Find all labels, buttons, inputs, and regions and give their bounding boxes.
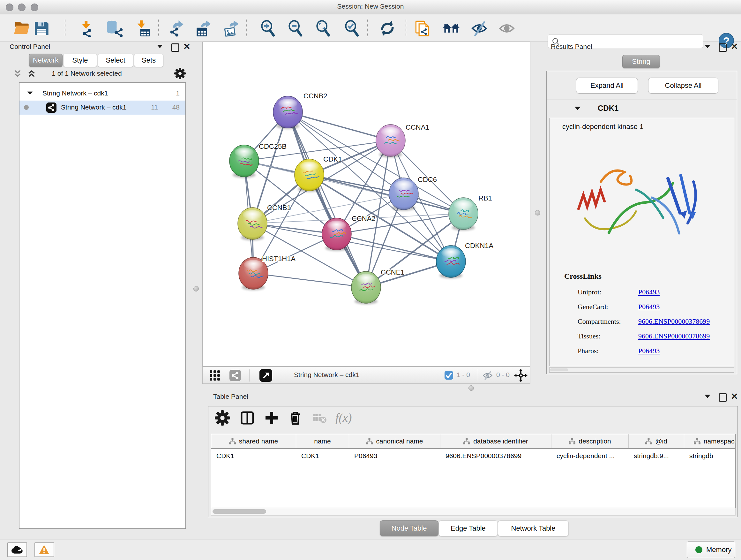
cell-sharedname[interactable]: CDK1 — [211, 449, 296, 463]
tab-style[interactable]: Style — [63, 54, 97, 67]
section-expand-icon[interactable] — [575, 107, 581, 110]
edge-HIST1H1A-CCNE1[interactable] — [253, 273, 366, 287]
import-database-button[interactable] — [105, 20, 124, 37]
cell-description[interactable]: cyclin-dependent ... — [551, 449, 629, 463]
zoom-fit-button[interactable] — [315, 20, 332, 37]
table-options-gear-icon[interactable] — [215, 410, 230, 426]
zoom-out-button[interactable] — [287, 20, 304, 37]
collapse-panel-button[interactable] — [704, 44, 713, 53]
collection-expand-icon[interactable] — [27, 91, 33, 95]
download-arrow-icon — [138, 20, 145, 28]
network-row-selected[interactable]: String Network – cdk1 11 48 — [19, 101, 185, 115]
network-type-badge-icon[interactable] — [229, 370, 241, 381]
edge-CCNA2-CDKN1A[interactable] — [337, 234, 451, 261]
right-splitter-handle[interactable] — [535, 210, 540, 215]
network-options-gear-icon[interactable] — [174, 68, 186, 79]
edge-CCNB2-CCNE1[interactable] — [288, 112, 366, 287]
node-CDKN1A[interactable]: CDKN1A — [436, 242, 494, 278]
zoom-selected-button[interactable] — [344, 20, 360, 37]
refresh-layout-button[interactable] — [379, 20, 396, 37]
selected-checkbox-icon[interactable] — [445, 371, 453, 380]
cell-namespace[interactable]: stringdb — [684, 449, 736, 463]
delete-column-button[interactable] — [287, 410, 303, 426]
close-panel-button[interactable]: ✕ — [731, 393, 740, 401]
network-selection-status: 1 of 1 Network selected — [4, 70, 170, 77]
tab-select[interactable]: Select — [98, 54, 133, 67]
show-all-button[interactable] — [498, 20, 515, 37]
cell-id[interactable]: stringdb:9... — [629, 449, 684, 463]
crosslink-link[interactable]: P06493 — [638, 303, 660, 311]
export-image-button[interactable] — [223, 20, 240, 37]
pan-crosshair-icon[interactable] — [514, 369, 528, 382]
tab-network-table[interactable]: Network Table — [498, 520, 569, 537]
column-header-id[interactable]: @id — [629, 434, 684, 448]
node-CCNE1[interactable]: CCNE1 — [351, 268, 405, 304]
cell-databaseidentifier[interactable]: 9606.ENSP00000378699 — [441, 449, 551, 463]
table-panel: Table Panel ✕ f(x) shared namenamecanoni… — [207, 391, 738, 543]
network-canvas[interactable]: CCNB2 CCNA1 CDC25B CDK1 CDC6 RB1 CCNB1 C… — [202, 42, 530, 367]
create-column-button[interactable] — [264, 410, 279, 426]
footer-separator — [249, 369, 250, 381]
tab-network[interactable]: Network — [29, 54, 63, 67]
column-header-canonicalname[interactable]: canonical name — [349, 434, 441, 448]
results-scrollbar[interactable] — [549, 368, 734, 373]
node-table[interactable]: shared namenamecanonical namedatabase id… — [211, 434, 736, 508]
column-header-name[interactable]: name — [296, 434, 349, 448]
string-document-button[interactable] — [414, 20, 431, 37]
crosslink-link[interactable]: P06493 — [638, 347, 660, 355]
import-table-button[interactable] — [134, 20, 151, 37]
gene-section-header[interactable]: CDK1 — [547, 100, 737, 118]
network-nodes: CCNB2 CCNA1 CDC25B CDK1 CDC6 RB1 CCNB1 C… — [229, 92, 494, 304]
zoom-in-button[interactable] — [260, 20, 276, 37]
network-graph[interactable]: CCNB2 CCNA1 CDC25B CDK1 CDC6 RB1 CCNB1 C… — [203, 42, 530, 366]
column-header-namespace[interactable]: namespace — [684, 434, 736, 448]
cloud-status-button[interactable] — [7, 543, 27, 557]
table-row[interactable]: CDK1CDK1P064939606.ENSP00000378699cyclin… — [211, 449, 736, 463]
column-header-databaseidentifier[interactable]: database identifier — [441, 434, 551, 448]
home-networks-button[interactable] — [442, 20, 460, 37]
left-splitter-handle[interactable] — [193, 286, 199, 292]
node-CDC25B[interactable]: CDC25B — [229, 142, 286, 178]
collapse-all-button[interactable]: Collapse All — [648, 78, 718, 94]
float-panel-button[interactable] — [719, 44, 728, 52]
table-panel-body: f(x) shared namenamecanonical namedataba… — [208, 406, 738, 517]
collapse-panel-button[interactable] — [704, 394, 713, 403]
float-panel-button[interactable] — [719, 393, 728, 402]
export-table-button[interactable] — [196, 20, 212, 37]
open-in-browser-button[interactable] — [259, 369, 272, 382]
tab-sets[interactable]: Sets — [134, 54, 163, 67]
column-header-description[interactable]: description — [551, 434, 629, 448]
network-collection-row[interactable]: String Network – cdk1 1 — [19, 86, 185, 101]
bottom-splitter-handle[interactable] — [468, 385, 474, 391]
warnings-button[interactable] — [35, 543, 54, 557]
cell-name[interactable]: CDK1 — [296, 449, 349, 463]
table-header-row: shared namenamecanonical namedatabase id… — [211, 434, 736, 449]
node-HIST1H1A[interactable]: HIST1H1A — [239, 255, 295, 290]
close-panel-button[interactable]: ✕ — [183, 43, 192, 52]
tab-node-table[interactable]: Node Table — [380, 520, 439, 537]
table-horizontal-scrollbar[interactable] — [211, 508, 736, 516]
import-network-button[interactable] — [78, 20, 95, 37]
node-RB1[interactable]: RB1 — [449, 194, 492, 231]
crosslink-link[interactable]: P06493 — [638, 288, 660, 296]
birdseye-grid-icon[interactable] — [210, 370, 224, 381]
float-panel-button[interactable] — [171, 44, 180, 52]
memory-button[interactable]: Memory — [687, 542, 735, 558]
column-header-sharedname[interactable]: shared name — [211, 434, 296, 448]
refresh-icon — [379, 20, 396, 37]
cell-canonicalname[interactable]: P06493 — [349, 449, 441, 463]
crosslink-link[interactable]: 9606.ENSP00000378699 — [638, 317, 710, 326]
save-icon — [33, 20, 50, 37]
hide-unhide-button[interactable] — [471, 20, 488, 37]
export-network-button[interactable] — [168, 20, 185, 37]
save-session-button[interactable] — [33, 20, 50, 37]
scrollbar-thumb[interactable] — [212, 509, 266, 514]
expand-all-button[interactable]: Expand All — [576, 78, 638, 94]
close-panel-button[interactable]: ✕ — [731, 43, 740, 52]
tab-edge-table[interactable]: Edge Table — [439, 520, 498, 537]
open-session-button[interactable] — [13, 20, 30, 37]
collapse-panel-button[interactable] — [156, 44, 165, 53]
crosslink-link[interactable]: 9606.ENSP00000378699 — [638, 332, 710, 340]
tab-string[interactable]: String — [622, 55, 660, 68]
show-columns-button[interactable] — [240, 410, 255, 426]
